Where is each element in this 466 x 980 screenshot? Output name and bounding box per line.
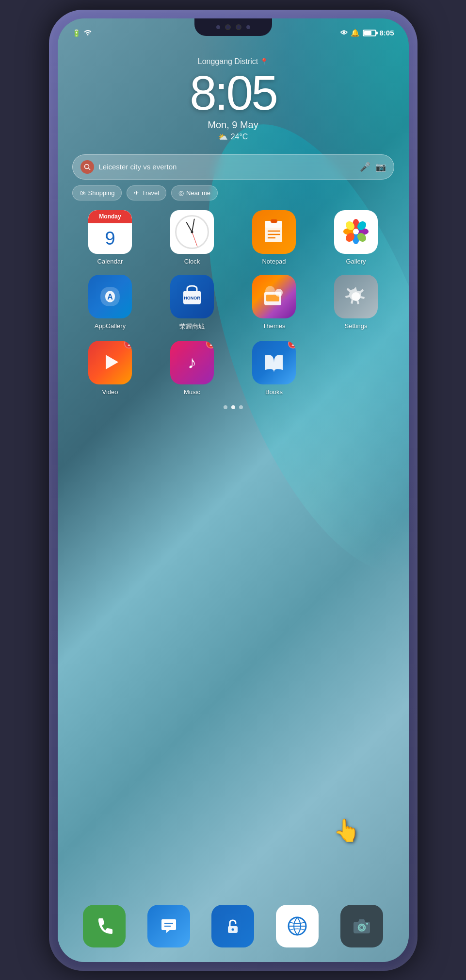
calendar-icon: Monday 9: [88, 210, 132, 254]
wifi-icon: [83, 29, 92, 37]
music-badge: 1: [206, 341, 214, 349]
svg-rect-7: [271, 219, 277, 223]
dock-item-unlock[interactable]: [211, 905, 254, 947]
calendar-header: Monday: [88, 210, 132, 223]
appgallery-label: AppGallery: [95, 322, 126, 330]
svg-text:♪: ♪: [188, 352, 196, 372]
themes-icon-svg: [259, 282, 289, 311]
app-grid-row3: 1 Video 1 ♪ Music: [72, 341, 394, 396]
search-voice-icon[interactable]: 🎤: [360, 162, 370, 172]
honor-shop-icon-svg: HONOR: [177, 282, 207, 311]
svg-point-36: [366, 923, 368, 925]
phone-icon: [95, 916, 114, 936]
location-display: Longgang District 📍: [72, 57, 394, 66]
app-item-settings[interactable]: Settings: [318, 275, 394, 331]
app-item-empty: [318, 341, 394, 396]
themes-label: Themes: [263, 322, 286, 330]
notepad-icon-svg: [261, 218, 288, 245]
app-item-honor-shop[interactable]: HONOR 荣耀商城: [154, 275, 230, 331]
music-app-icon: 1 ♪: [170, 341, 214, 384]
notch-camera-2: [236, 24, 241, 30]
quick-cat-shopping[interactable]: 🛍 Shopping: [72, 185, 122, 200]
date-display: Mon, 9 May: [72, 119, 394, 131]
page-dot-2[interactable]: [231, 405, 235, 409]
quick-cat-near-me[interactable]: ◎ Near me: [171, 185, 218, 200]
dock-item-phone[interactable]: [83, 905, 126, 947]
phone-device: 🔋 👁 🔔 8:05 Longgang D: [49, 10, 418, 971]
location-pin-icon: 📍: [260, 58, 268, 66]
quick-categories: 🛍 Shopping ✈ Travel ◎ Near me: [72, 185, 394, 200]
notch: [194, 18, 272, 36]
browser-icon: [285, 914, 309, 938]
near-me-label: Near me: [186, 189, 210, 197]
svg-line-1: [88, 168, 90, 170]
eye-icon: 👁: [340, 29, 348, 37]
app-item-appgallery[interactable]: A AppGallery: [72, 275, 148, 331]
time-display: 8:05: [72, 68, 394, 117]
clock-app-icon: [170, 210, 214, 254]
status-right: 👁 🔔 8:05: [340, 29, 394, 37]
search-camera-icon[interactable]: 📷: [375, 162, 386, 172]
svg-point-31: [232, 928, 234, 930]
dock-item-camera[interactable]: [340, 905, 383, 947]
app-item-notepad[interactable]: Notepad: [236, 210, 312, 265]
shopping-label: Shopping: [88, 189, 115, 197]
calendar-day: 9: [105, 223, 115, 254]
status-left: 🔋: [72, 29, 92, 37]
app-item-music[interactable]: 1 ♪ Music: [154, 341, 230, 396]
weather-temp: 24°C: [231, 133, 248, 141]
gallery-icon-svg: [340, 216, 372, 248]
silent-icon: 🔔: [351, 29, 360, 37]
honor-shop-app-icon: HONOR: [170, 275, 214, 318]
svg-point-0: [84, 164, 89, 168]
app-item-gallery[interactable]: Gallery: [318, 210, 394, 265]
svg-text:HONOR: HONOR: [184, 296, 200, 300]
dock-item-browser[interactable]: [276, 905, 319, 947]
shopping-icon: 🛍: [80, 189, 86, 197]
clock-minute-hand: [192, 218, 195, 232]
travel-label: Travel: [142, 189, 159, 197]
weather-icon: ⛅: [218, 133, 228, 142]
app-item-themes[interactable]: Themes: [236, 275, 312, 331]
app-item-video[interactable]: 1 Video: [72, 341, 148, 396]
phone-screen: 🔋 👁 🔔 8:05 Longgang D: [58, 18, 409, 962]
clock-face: [175, 215, 209, 249]
svg-point-17: [353, 229, 359, 234]
weather-display: ⛅ 24°C: [72, 133, 394, 142]
music-label: Music: [184, 388, 200, 396]
page-dot-1[interactable]: [224, 405, 227, 409]
video-label: Video: [102, 388, 118, 396]
clock-label: Clock: [184, 258, 200, 265]
settings-icon-svg: [341, 282, 370, 311]
near-me-icon: ◎: [178, 189, 184, 197]
notepad-app-icon: [252, 210, 296, 254]
camera-icon: [352, 916, 372, 936]
app-item-calendar[interactable]: Monday 9 Calendar: [72, 210, 148, 265]
books-icon-svg: [259, 348, 289, 377]
svg-point-24: [275, 289, 283, 297]
unlock-icon: [223, 916, 242, 936]
battery-small-icon: 🔋: [72, 29, 80, 37]
notch-sensor: [216, 25, 220, 29]
search-bar[interactable]: Leicester city vs everton 🎤 📷: [72, 154, 394, 180]
search-query[interactable]: Leicester city vs everton: [99, 163, 355, 171]
honor-shop-label: 荣耀商城: [179, 322, 205, 331]
video-badge: 1: [124, 341, 132, 349]
page-dot-3[interactable]: [239, 405, 243, 409]
quick-cat-travel[interactable]: ✈ Travel: [127, 185, 166, 200]
app-item-books[interactable]: 1 Books: [236, 341, 312, 396]
settings-app-icon: [334, 275, 378, 318]
gallery-app-icon: [334, 210, 378, 254]
svg-text:A: A: [107, 293, 113, 301]
gallery-label: Gallery: [346, 258, 366, 265]
books-label: Books: [265, 388, 283, 396]
notch-sensor-2: [246, 25, 250, 29]
dock-item-messages[interactable]: [147, 905, 190, 947]
battery-icon: [363, 30, 376, 36]
app-grid-row2: A AppGallery HONOR 荣耀商城: [72, 275, 394, 331]
books-app-icon: 1: [252, 341, 296, 384]
dock: [72, 905, 394, 947]
location-text: Longgang District: [198, 57, 258, 66]
app-item-clock[interactable]: Clock: [154, 210, 230, 265]
video-icon-svg: [97, 349, 124, 376]
